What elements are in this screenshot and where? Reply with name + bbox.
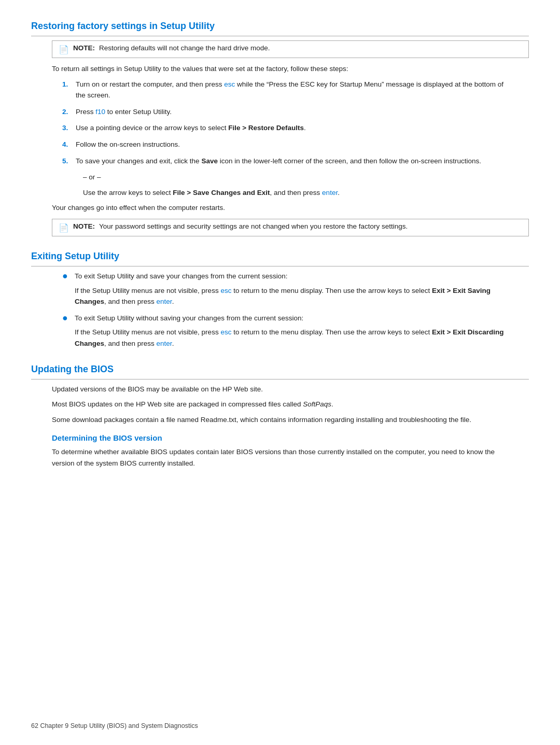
step-5-num: 5. — [62, 156, 72, 167]
or-line: – or – — [83, 172, 508, 183]
section1-divider — [31, 36, 529, 36]
exit-bullet-1-detail: If the Setup Utility menus are not visib… — [75, 285, 508, 307]
enter-link-2: enter — [157, 298, 172, 305]
step-2: 2. Press f10 to enter Setup Utility. — [62, 106, 508, 118]
note-icon-1: 📄 — [59, 45, 69, 54]
exit-bullet-1-intro: To exit Setup Utility and save your chan… — [75, 272, 287, 280]
esc-link-2: esc — [220, 287, 231, 294]
use-arrow-text: Use the arrow keys to select File > Save… — [83, 187, 508, 199]
determining-subheading: Determining the BIOS version — [52, 433, 508, 442]
exit-bullet-2-content: To exit Setup Utility without saving you… — [75, 313, 508, 349]
step-3-text: Use a pointing device or the arrow keys … — [76, 122, 306, 134]
exit-discarding-bold: Exit > Exit Discarding Changes — [75, 328, 504, 347]
your-changes-text: Your changes go into effect when the com… — [52, 202, 508, 214]
esc-link-3: esc — [220, 328, 231, 336]
exit-bullet-2-intro: To exit Setup Utility without saving you… — [75, 314, 303, 322]
exiting-setup-utility-section: Exiting Setup Utility ● To exit Setup Ut… — [31, 251, 529, 349]
section2-divider — [31, 266, 529, 266]
enter-link-3: enter — [157, 340, 172, 347]
exiting-heading: Exiting Setup Utility — [31, 251, 529, 262]
step-5: 5. To save your changes and exit, click … — [62, 156, 508, 167]
step-3-num: 3. — [62, 122, 72, 134]
exit-bullet-1-content: To exit Setup Utility and save your chan… — [75, 271, 508, 307]
step-3-bold: File > Restore Defaults — [228, 124, 304, 132]
note-label-1: NOTE: — [73, 44, 95, 52]
bullet-icon-2: ● — [62, 313, 71, 349]
note-box-1: 📄 NOTE: Restoring defaults will not chan… — [52, 40, 529, 58]
step-5-bold: Save — [201, 157, 218, 165]
intro-text: To return all settings in Setup Utility … — [52, 63, 508, 75]
updating-heading: Updating the BIOS — [31, 364, 529, 375]
bios-para3: Some download packages contain a file na… — [52, 414, 508, 426]
note-icon-2: 📄 — [59, 223, 69, 233]
exit-bullets: ● To exit Setup Utility and save your ch… — [62, 271, 508, 349]
or-block: – or – Use the arrow keys to select File… — [83, 172, 508, 198]
bullet-icon-1: ● — [62, 271, 71, 307]
step-3: 3. Use a pointing device or the arrow ke… — [62, 122, 508, 134]
exit-bullet-1: ● To exit Setup Utility and save your ch… — [62, 271, 508, 307]
step-4: 4. Follow the on-screen instructions. — [62, 139, 508, 150]
note-text-1: Restoring defaults will not change the h… — [99, 44, 270, 52]
step-4-text: Follow the on-screen instructions. — [76, 139, 180, 150]
step-1-text: Turn on or restart the computer, and the… — [76, 79, 508, 101]
page-footer: 62 Chapter 9 Setup Utility (BIOS) and Sy… — [31, 722, 198, 729]
note-label-2: NOTE: — [73, 222, 95, 230]
note-text-2: Your password settings and security sett… — [99, 222, 408, 230]
step-2-num: 2. — [62, 106, 72, 118]
esc-link-1: esc — [224, 80, 235, 88]
exit-saving-bold: Exit > Exit Saving Changes — [75, 287, 491, 306]
step-5-text: To save your changes and exit, click the… — [76, 156, 481, 167]
determining-para: To determine whether available BIOS upda… — [52, 446, 508, 469]
updating-bios-section: Updating the BIOS Updated versions of th… — [31, 364, 529, 469]
f10-link: f10 — [95, 108, 105, 116]
restoring-heading: Restoring factory settings in Setup Util… — [31, 21, 529, 32]
exit-bullet-2: ● To exit Setup Utility without saving y… — [62, 313, 508, 349]
steps-list: 1. Turn on or restart the computer, and … — [62, 79, 508, 167]
step-1-num: 1. — [62, 79, 72, 101]
restoring-factory-settings-section: Restoring factory settings in Setup Util… — [31, 21, 529, 236]
file-save-bold: File > Save Changes and Exit — [173, 189, 270, 196]
note-box-2: 📄 NOTE: Your password settings and secur… — [52, 219, 529, 236]
bios-para2: Most BIOS updates on the HP Web site are… — [52, 399, 508, 410]
enter-link-1: enter — [322, 189, 338, 196]
step-2-text: Press f10 to enter Setup Utility. — [76, 106, 172, 118]
step-4-num: 4. — [62, 139, 72, 150]
softpaqs-italic: SoftPaqs — [303, 400, 331, 408]
bios-para1: Updated versions of the BIOS may be avai… — [52, 384, 508, 395]
section3-divider — [31, 379, 529, 379]
exit-bullet-2-detail: If the Setup Utility menus are not visib… — [75, 327, 508, 349]
step-1: 1. Turn on or restart the computer, and … — [62, 79, 508, 101]
